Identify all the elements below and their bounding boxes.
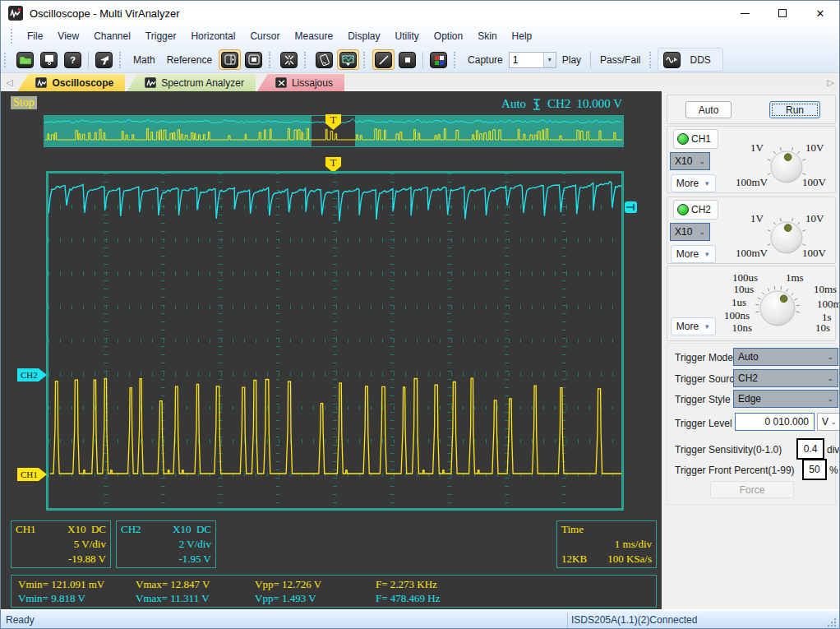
- trigger-style-select[interactable]: Edge⌄: [733, 390, 838, 408]
- ch2-knob-label-1v: 1V: [729, 212, 764, 225]
- trigger-level-input[interactable]: 0 010.000: [735, 413, 815, 431]
- ch1-knob-label-100mv: 100mV: [720, 176, 768, 189]
- window-title: Oscilloscope - Multi VirAnalyzer: [30, 7, 180, 20]
- toolbar-grip: [4, 53, 7, 67]
- grid: [48, 173, 621, 508]
- menu-channel[interactable]: Channel: [86, 27, 138, 45]
- tab-oscilloscope[interactable]: Oscilloscope: [17, 74, 125, 91]
- chevron-down-icon: ▼: [704, 323, 710, 331]
- capture-label: Capture: [462, 52, 509, 68]
- menu-grip: [11, 29, 13, 44]
- color-settings-button[interactable]: [427, 49, 450, 70]
- dot-draw-button[interactable]: [396, 49, 418, 70]
- timebase-knob[interactable]: [753, 284, 802, 332]
- trigger-level-marker[interactable]: [625, 201, 637, 213]
- close-button[interactable]: ✕: [801, 1, 839, 25]
- run-button[interactable]: Run: [769, 101, 820, 118]
- color-squares-icon: [430, 52, 447, 68]
- tab-scroll-left-icon[interactable]: ◁: [1, 77, 17, 91]
- side-panel-toggle-button[interactable]: [219, 49, 241, 70]
- trigger-group: Trigger Mode Auto⌄ Trigger Source CH2⌄ T…: [667, 343, 836, 505]
- help-button[interactable]: ?: [62, 49, 84, 70]
- dds-button[interactable]: DDS: [658, 48, 722, 72]
- menu-utility[interactable]: Utility: [388, 27, 427, 45]
- trigger-source-readout: CH2: [547, 97, 570, 111]
- save-icon: [40, 52, 58, 68]
- tab-scroll-right-icon[interactable]: ▷: [823, 77, 839, 91]
- reference-button[interactable]: Reference: [161, 52, 218, 68]
- app-window: Oscilloscope - Multi VirAnalyzer ✕ FileV…: [0, 0, 840, 629]
- trigger-mode-select[interactable]: Auto⌄: [733, 348, 838, 366]
- menu-cursor[interactable]: Cursor: [242, 27, 287, 45]
- capture-select[interactable]: 1 ▼: [509, 52, 556, 68]
- pointer-tool-button[interactable]: [93, 49, 115, 70]
- math-button[interactable]: Math: [127, 52, 161, 68]
- auto-button[interactable]: Auto: [685, 101, 732, 118]
- chevron-down-icon: ⌄: [699, 228, 705, 236]
- trigger-sensitivity-unit: div: [827, 444, 839, 456]
- ch2-volts-knob[interactable]: [764, 215, 810, 260]
- ch2-position-marker[interactable]: CH2: [17, 368, 47, 382]
- trigger-sensitivity-input[interactable]: 0.4: [796, 438, 824, 460]
- menu-help[interactable]: Help: [505, 27, 540, 45]
- ch1-knob-label-1v: 1V: [729, 141, 764, 155]
- tab-lissajous[interactable]: Lissajous: [257, 74, 344, 91]
- menu-skin[interactable]: Skin: [470, 27, 504, 45]
- ch2-group: CH2 X10⌄ More▼ 1V 10V 100mV 100V: [667, 197, 836, 264]
- panel-icon: [221, 52, 238, 68]
- ch2-probe-select[interactable]: X10⌄: [670, 223, 710, 241]
- trigger-source-select[interactable]: CH2⌄: [733, 369, 838, 387]
- ch1-measurements: Vmin= 121.091 mVVmax= 12.847 V Vpp= 12.7…: [12, 578, 656, 593]
- ch1-probe-select[interactable]: X10⌄: [670, 152, 710, 170]
- time-label-1us: 1us: [713, 296, 746, 309]
- menu-option[interactable]: Option: [427, 27, 470, 45]
- open-file-button[interactable]: [14, 49, 36, 70]
- time-label-10s: 10s: [815, 321, 830, 335]
- tab-spectrum-analyzer[interactable]: Spectrum Analyzer: [127, 74, 256, 91]
- toolbar: ? Math Reference Capture 1 ▼ Play Pass/F…: [1, 47, 839, 73]
- ch2-more-button[interactable]: More▼: [671, 245, 716, 263]
- menu-horizontal[interactable]: Horizontal: [183, 27, 242, 45]
- menu-measure[interactable]: Measure: [287, 27, 340, 45]
- device-button[interactable]: [313, 49, 335, 70]
- time-info-box: Time 1 ms/div 12KB100 KSa/s: [556, 520, 657, 568]
- waveform-display[interactable]: [46, 171, 624, 511]
- line-draw-button[interactable]: [372, 49, 395, 70]
- menu-file[interactable]: File: [20, 27, 50, 45]
- ch1-more-button[interactable]: More▼: [671, 174, 716, 192]
- trigger-level-readout: 10.000 V: [576, 97, 622, 111]
- menu-trigger[interactable]: Trigger: [138, 27, 184, 45]
- autoset-button[interactable]: [278, 49, 300, 70]
- ch1-enable-button[interactable]: CH1: [673, 129, 718, 149]
- force-button[interactable]: Force: [710, 481, 794, 498]
- time-more-button[interactable]: More▼: [671, 317, 716, 335]
- save-button[interactable]: [38, 49, 60, 70]
- folder-icon: [16, 52, 34, 68]
- trigger-mode-readout: Auto: [501, 97, 526, 111]
- waveform-display-button[interactable]: [337, 49, 359, 70]
- chevron-down-icon: ⌄: [827, 353, 833, 361]
- menu-display[interactable]: Display: [340, 27, 387, 45]
- menu-view[interactable]: View: [50, 27, 86, 45]
- minimize-button[interactable]: [726, 1, 764, 25]
- menu-bar: FileViewChannelTriggerHorizontalCursorMe…: [1, 25, 839, 47]
- dds-icon: [663, 52, 681, 68]
- device-status: ISDS205A(1.1)(2)Connected: [571, 614, 697, 626]
- ch1-volts-knob[interactable]: [764, 145, 810, 189]
- ch1-position-marker[interactable]: CH1: [17, 468, 47, 481]
- time-label-10ms: 10ms: [814, 283, 837, 296]
- square-in-square-icon: [245, 52, 262, 68]
- resize-grip[interactable]: [826, 617, 838, 628]
- trigger-front-input[interactable]: 50: [802, 459, 827, 480]
- trigger-readout: Auto CH2 10.000 V: [501, 97, 622, 111]
- maximize-button[interactable]: [764, 1, 801, 25]
- trigger-source-label: Trigger Source: [675, 373, 740, 385]
- full-display-button[interactable]: [242, 49, 265, 70]
- passfail-button[interactable]: Pass/Fail: [594, 52, 646, 68]
- trigger-level-unit-select[interactable]: V⌄: [817, 413, 840, 431]
- lissajous-tab-icon: [275, 77, 287, 88]
- play-button[interactable]: Play: [556, 52, 587, 68]
- app-icon: [8, 6, 23, 21]
- ch2-enable-button[interactable]: CH2: [673, 200, 718, 220]
- trigger-edge-icon: [532, 98, 542, 111]
